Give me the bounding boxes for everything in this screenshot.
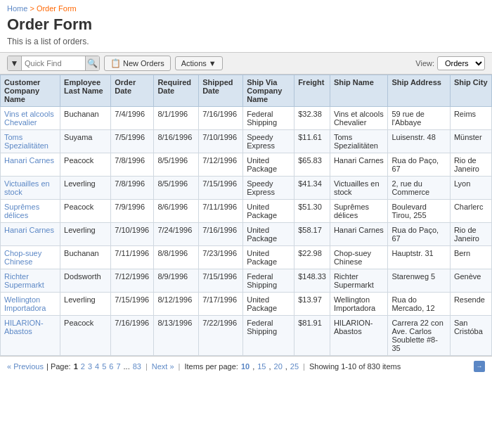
cell-order-date: 7/8/1996 — [111, 177, 154, 200]
cell-ship-city: Lyon — [450, 177, 491, 200]
cell-employee: Suyama — [60, 130, 111, 153]
breadcrumb-current: Order Form — [37, 4, 77, 13]
cell-employee: Peacock — [60, 316, 111, 356]
cell-ship-address: Luisenstr. 48 — [388, 130, 450, 153]
col-ship-via: Ship Via Company Name — [243, 75, 294, 107]
cell-freight: $22.98 — [294, 246, 330, 269]
cell-freight: $58.17 — [294, 223, 330, 246]
table-row: Suprêmes délicesPeacock7/9/19968/6/19967… — [1, 200, 492, 223]
col-order-date: Order Date — [111, 75, 154, 107]
items-25[interactable]: 25 — [290, 362, 299, 371]
cell-required-date: 8/5/1996 — [154, 153, 199, 177]
dropdown-icon[interactable]: ▼ — [8, 56, 22, 70]
cell-customer-link[interactable]: Vins et alcools Chevalier — [4, 110, 54, 127]
search-icon[interactable]: 🔍 — [85, 56, 99, 70]
actions-button[interactable]: Actions ▼ — [175, 56, 223, 70]
cell-employee: Leverling — [60, 293, 111, 316]
col-ship-address: Ship Address — [388, 75, 450, 107]
page-5[interactable]: 5 — [102, 362, 106, 371]
cell-customer-link[interactable]: Toms Spezialitäten — [4, 133, 48, 150]
table-row: Victuailles en stockLeverling7/8/19968/5… — [1, 177, 492, 200]
cell-customer: Chop-suey Chinese — [1, 246, 60, 269]
cell-employee: Dodsworth — [60, 269, 111, 293]
table-row: Toms SpezialitätenSuyama7/5/19968/16/199… — [1, 130, 492, 153]
cell-ship-name: Toms Spezialitäten — [330, 130, 388, 153]
cell-freight: $11.61 — [294, 130, 330, 153]
table-row: Wellington ImportadoraLeverling7/15/1996… — [1, 293, 492, 316]
cell-shipped-date: 7/15/1996 — [199, 269, 243, 293]
cell-customer: Toms Spezialitäten — [1, 130, 60, 153]
actions-chevron-icon: ▼ — [209, 59, 216, 68]
cell-customer: HILARION-Abastos — [1, 316, 60, 356]
cell-ship-name: Wellington Importadora — [330, 293, 388, 316]
cell-ship-address: 59 rue de l'Abbaye — [388, 107, 450, 130]
cell-shipped-date: 7/15/1996 — [199, 177, 243, 200]
next-button[interactable]: Next » — [152, 362, 174, 371]
cell-customer-link[interactable]: HILARION-Abastos — [4, 319, 44, 335]
cell-employee: Peacock — [60, 153, 111, 177]
cell-ship-via: Federal Shipping — [243, 269, 294, 293]
cell-customer-link[interactable]: Hanari Carnes — [4, 226, 54, 234]
cell-ship-city: Rio de Janeiro — [450, 153, 491, 177]
quick-find-input[interactable] — [22, 58, 85, 69]
cell-ship-via: United Package — [243, 223, 294, 246]
view-select[interactable]: Orders — [437, 56, 485, 70]
cell-required-date: 8/9/1996 — [154, 269, 199, 293]
cell-ship-name: Suprêmes délices — [330, 200, 388, 223]
page-4[interactable]: 4 — [95, 362, 99, 371]
table-row: Chop-suey ChineseBuchanan7/11/19968/8/19… — [1, 246, 492, 269]
cell-shipped-date: 7/12/1996 — [199, 153, 243, 177]
cell-ship-city: Resende — [450, 293, 491, 316]
cell-order-date: 7/8/1996 — [111, 153, 154, 177]
cell-required-date: 8/1/1996 — [154, 107, 199, 130]
cell-customer-link[interactable]: Hanari Carnes — [4, 156, 54, 165]
page-7[interactable]: 7 — [116, 362, 120, 371]
cell-customer-link[interactable]: Wellington Importadora — [4, 295, 46, 312]
new-orders-label: New Orders — [123, 59, 164, 68]
cell-freight: $148.33 — [294, 269, 330, 293]
view-label: View: — [415, 59, 434, 68]
cell-employee: Buchanan — [60, 107, 111, 130]
table-row: Hanari CarnesLeverling7/10/19967/24/1996… — [1, 223, 492, 246]
page-label: | Page: — [46, 362, 71, 371]
page-ellipsis: ... — [124, 362, 130, 371]
cell-customer-link[interactable]: Chop-suey Chinese — [4, 249, 41, 266]
table-row: Hanari CarnesPeacock7/8/19968/5/19967/12… — [1, 153, 492, 177]
page-6[interactable]: 6 — [109, 362, 113, 371]
cell-ship-name: HILARION-Abastos — [330, 316, 388, 356]
cell-customer-link[interactable]: Victuailles en stock — [4, 179, 50, 196]
cell-required-date: 8/6/1996 — [154, 200, 199, 223]
cell-ship-address: Carrera 22 con Ave. Carlos Soublette #8-… — [388, 316, 450, 356]
cell-freight: $32.38 — [294, 107, 330, 130]
cell-ship-city: Münster — [450, 130, 491, 153]
col-shipped-date: Shipped Date — [199, 75, 243, 107]
cell-ship-city: Genève — [450, 269, 491, 293]
cell-employee: Buchanan — [60, 246, 111, 269]
export-icon[interactable]: → — [474, 361, 485, 372]
cell-shipped-date: 7/23/1996 — [199, 246, 243, 269]
cell-ship-city: Rio de Janeiro — [450, 223, 491, 246]
items-10[interactable]: 10 — [241, 362, 250, 371]
page-83[interactable]: 83 — [133, 362, 141, 371]
new-orders-button[interactable]: 📋 New Orders — [104, 56, 171, 71]
cell-required-date: 8/16/1996 — [154, 130, 199, 153]
cell-ship-address: Rua do Paço, 67 — [388, 223, 450, 246]
cell-ship-via: United Package — [243, 293, 294, 316]
table-row: HILARION-AbastosPeacock7/16/19968/13/199… — [1, 316, 492, 356]
items-15[interactable]: 15 — [257, 362, 266, 371]
page-2[interactable]: 2 — [81, 362, 85, 371]
cell-ship-via: United Package — [243, 153, 294, 177]
breadcrumb-home[interactable]: Home — [7, 4, 27, 13]
prev-button[interactable]: « Previous — [7, 362, 44, 371]
cell-shipped-date: 7/10/1996 — [199, 130, 243, 153]
cell-ship-via: Speedy Express — [243, 177, 294, 200]
page-3[interactable]: 3 — [88, 362, 92, 371]
cell-customer-link[interactable]: Suprêmes délices — [4, 203, 39, 219]
cell-customer-link[interactable]: Richter Supermarkt — [4, 272, 44, 289]
cell-employee: Leverling — [60, 177, 111, 200]
cell-ship-name: Hanari Carnes — [330, 223, 388, 246]
cell-required-date: 8/12/1996 — [154, 293, 199, 316]
items-20[interactable]: 20 — [274, 362, 283, 371]
cell-customer: Victuailles en stock — [1, 177, 60, 200]
cell-freight: $13.97 — [294, 293, 330, 316]
